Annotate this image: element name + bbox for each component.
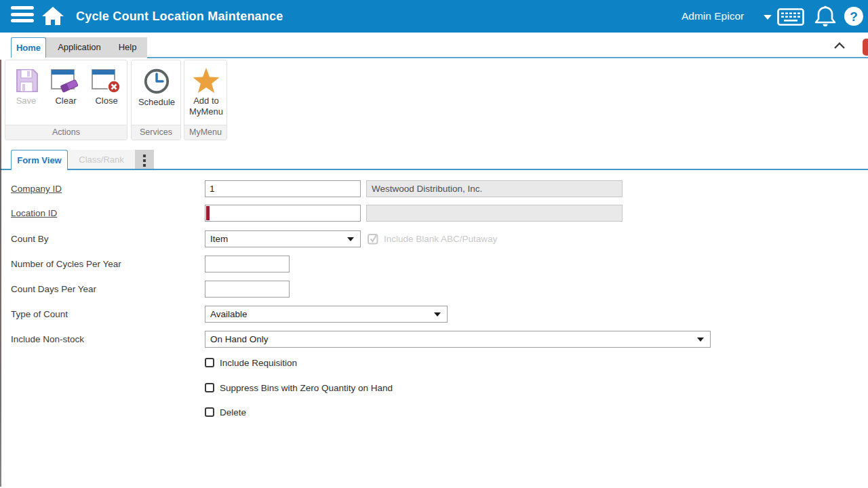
include-blank-abc-label: Include Blank ABC/Putaway (384, 230, 497, 247)
tab-overflow-kebab-icon[interactable] (135, 150, 154, 170)
chevron-down-icon (697, 338, 704, 342)
count-days-label: Count Days Per Year (11, 281, 96, 298)
include-non-stock-select[interactable]: On Hand Only (205, 331, 711, 348)
location-id-input[interactable] (205, 205, 361, 222)
clear-button[interactable]: Clear (46, 63, 85, 106)
count-days-input[interactable] (205, 281, 290, 298)
chevron-down-icon[interactable] (764, 15, 772, 20)
clear-button-label: Clear (46, 96, 85, 106)
cycles-per-year-label: Number of Cycles Per Year (11, 256, 121, 272)
tab-class-rank: Class/Rank (68, 150, 135, 170)
include-non-stock-label: Include Non-stock (11, 331, 84, 348)
ribbon-tab-application[interactable]: Application (52, 37, 106, 58)
menu-icon[interactable] (11, 6, 34, 26)
chevron-down-icon (434, 312, 441, 317)
save-icon (13, 67, 40, 94)
title-bar: Cycle Count Location Maintenance Admin E… (0, 0, 868, 33)
schedule-button-label: Schedule (134, 97, 179, 108)
ribbon-group-services: Schedule Services (131, 60, 181, 140)
user-menu[interactable]: Admin Epicor (682, 0, 744, 33)
add-to-mymenu-label: Add to MyMenu (186, 96, 226, 117)
checkbox-box[interactable] (205, 358, 214, 367)
chevron-down-icon (347, 237, 354, 241)
collapse-ribbon-icon[interactable] (833, 41, 846, 53)
location-id-label[interactable]: Location ID (11, 205, 57, 222)
home-icon[interactable] (41, 5, 64, 30)
company-name-readonly: Westwood Distribution, Inc. (366, 180, 623, 197)
close-button-label: Close (87, 96, 125, 106)
suppress-bins-label: Suppress Bins with Zero Quantity on Hand (220, 382, 393, 394)
count-by-value: Item (210, 234, 228, 244)
edge-alert-tab[interactable] (863, 39, 868, 56)
add-to-mymenu-button[interactable]: Add to MyMenu (186, 63, 226, 117)
cycles-per-year-input[interactable] (205, 256, 290, 272)
help-icon[interactable]: ? (844, 6, 864, 29)
save-button: Save (8, 63, 44, 106)
type-of-count-label: Type of Count (11, 306, 68, 323)
ribbon-group-mymenu: Add to MyMenu MyMenu (184, 60, 227, 140)
clock-icon (142, 67, 172, 96)
checkbox-box[interactable] (205, 407, 214, 417)
svg-text:?: ? (850, 9, 858, 24)
ribbon-group-label-services: Services (132, 125, 180, 140)
location-name-readonly (366, 205, 623, 222)
clear-icon (50, 67, 81, 94)
required-field-indicator (206, 206, 210, 220)
include-requisition-label: Include Requisition (220, 357, 297, 369)
star-icon (191, 67, 221, 94)
ribbon-tab-help[interactable]: Help (114, 37, 141, 58)
ribbon-tab-home[interactable]: Home (11, 37, 46, 58)
company-id-input[interactable] (205, 180, 361, 197)
notifications-bell-icon[interactable] (814, 4, 837, 32)
count-by-label: Count By (11, 230, 49, 247)
page-title: Cycle Count Location Maintenance (76, 0, 283, 33)
view-tab-divider (0, 169, 868, 170)
ribbon-group-label-actions: Actions (5, 125, 127, 140)
screen-edge-artifact (0, 60, 1, 487)
tab-form-view[interactable]: Form View (11, 150, 68, 170)
keyboard-icon[interactable] (777, 7, 804, 30)
schedule-button[interactable]: Schedule (134, 63, 179, 108)
close-button[interactable]: Close (87, 63, 125, 106)
delete-label: Delete (220, 407, 246, 419)
type-of-count-value: Available (210, 309, 248, 319)
app-window: Cycle Count Location Maintenance Admin E… (0, 0, 868, 488)
ribbon-group-actions: Save Clear Close Actions (5, 60, 127, 140)
save-button-label: Save (8, 96, 44, 106)
checkbox-box[interactable] (205, 383, 214, 392)
company-id-label[interactable]: Company ID (11, 180, 62, 197)
close-icon (91, 67, 122, 94)
ribbon-divider (147, 57, 868, 58)
count-by-select[interactable]: Item (205, 230, 361, 247)
include-blank-abc-checkbox (368, 233, 379, 247)
ribbon-group-label-mymenu: MyMenu (184, 125, 226, 140)
type-of-count-select[interactable]: Available (205, 306, 448, 323)
include-non-stock-value: On Hand Only (210, 334, 269, 344)
